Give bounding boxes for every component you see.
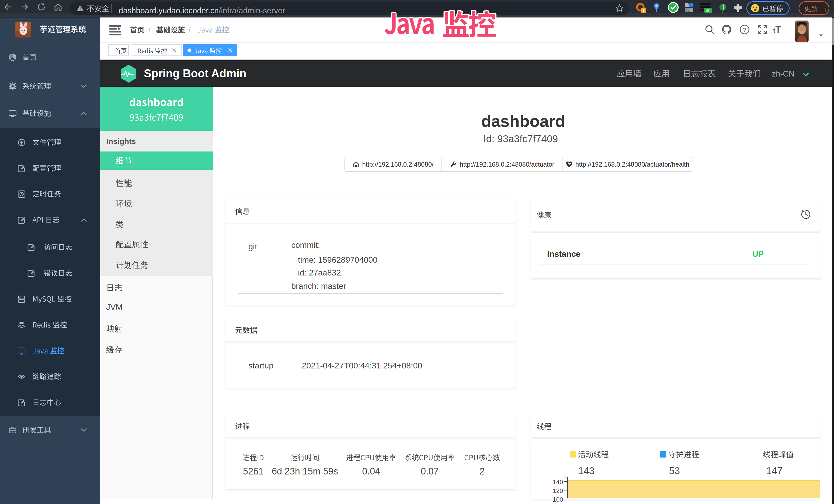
svg-text:on: on — [706, 8, 710, 12]
svg-text:?: ? — [743, 26, 746, 33]
svg-text:1: 1 — [642, 9, 645, 13]
